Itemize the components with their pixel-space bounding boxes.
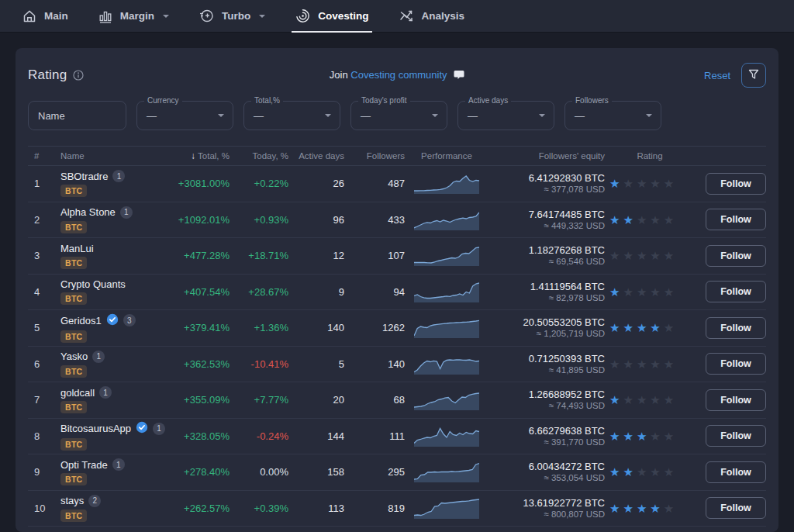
star-empty-icon: ★ xyxy=(623,393,636,406)
active-days-cell: 96 xyxy=(288,214,344,226)
follow-button[interactable]: Follow xyxy=(706,317,766,339)
currency-tag: BTC xyxy=(60,257,87,269)
chevron-down-icon xyxy=(432,114,438,117)
equity-usd-value: ≈ 1,205,719 USD xyxy=(488,328,605,339)
header-total[interactable]: ↓Total, % xyxy=(166,150,230,161)
nav-item-main[interactable]: Main xyxy=(22,0,68,33)
equity-btc-value: 13.61922772 BTC xyxy=(488,497,605,509)
active-days-cell: 5 xyxy=(288,358,344,370)
header-performance: Performance xyxy=(405,151,488,161)
follow-button[interactable]: Follow xyxy=(706,173,766,195)
trader-name[interactable]: stays xyxy=(60,495,84,506)
star-empty-icon: ★ xyxy=(637,465,650,478)
trader-name[interactable]: Alpha Stone xyxy=(60,206,116,218)
header-followers-equity[interactable]: Followers' equity xyxy=(488,151,605,161)
header-today[interactable]: Today, % xyxy=(230,151,288,161)
dropdown-label: Currency xyxy=(144,96,182,105)
star-filled-icon: ★ xyxy=(609,430,623,443)
rating-stars: ★★★★★ xyxy=(605,322,695,333)
trader-name[interactable]: goldcall xyxy=(60,387,95,399)
dropdown-value: — xyxy=(468,110,478,122)
header-rating[interactable]: Rating xyxy=(605,151,695,161)
count-badge: 1 xyxy=(99,386,112,399)
table-row[interactable]: 2 Alpha Stone 1 BTC +1092.01% +0.93% 96 … xyxy=(28,202,766,239)
verified-icon xyxy=(136,421,148,436)
follow-button[interactable]: Follow xyxy=(706,281,766,302)
active-days-filter-dropdown[interactable]: Active days — xyxy=(457,101,554,130)
nav-item-turbo[interactable]: Turbo xyxy=(198,0,265,33)
follow-button[interactable]: Follow xyxy=(706,389,766,411)
total-filter-dropdown[interactable]: Total,% — xyxy=(243,101,340,130)
followers-filter-dropdown[interactable]: Followers — xyxy=(564,101,661,130)
star-filled-icon: ★ xyxy=(650,321,663,334)
chevron-down-icon xyxy=(218,114,224,117)
performance-cell xyxy=(405,459,488,485)
todays-profit-filter-dropdown[interactable]: Today's profit — xyxy=(350,101,447,130)
trader-name[interactable]: Yasko xyxy=(60,351,88,362)
total-percent-cell: +3081.00% xyxy=(166,178,230,189)
follow-button[interactable]: Follow xyxy=(706,353,766,375)
trader-cell: Yasko 1 BTC xyxy=(50,351,166,378)
covesting-community-link[interactable]: Covesting community xyxy=(350,69,447,81)
table-row[interactable]: 8 BitcosaurusApp 1 BTC +328.05% -0.24% 1… xyxy=(28,419,766,455)
performance-sparkline xyxy=(414,315,479,338)
trader-name[interactable]: ManLui xyxy=(60,243,94,254)
star-filled-icon: ★ xyxy=(637,502,650,515)
trader-cell: Geridos1 3 BTC xyxy=(50,313,166,343)
performance-cell xyxy=(405,423,488,449)
today-percent-cell: +0.39% xyxy=(230,503,288,514)
table-row[interactable]: 6 Yasko 1 BTC +362.53% -10.41% 5 140 0.7… xyxy=(28,347,766,383)
table-row[interactable]: 7 goldcall 1 BTC +355.09% +7.77% 20 68 1… xyxy=(28,382,766,419)
table-row[interactable]: 10 stays 2 BTC +262.57% +0.39% 113 819 1… xyxy=(28,491,766,527)
follow-button[interactable]: Follow xyxy=(706,425,766,447)
chevron-down-icon xyxy=(163,15,169,18)
follow-button[interactable]: Follow xyxy=(706,497,766,519)
equity-btc-value: 1.26688952 BTC xyxy=(488,389,605,400)
header-followers[interactable]: Followers xyxy=(344,151,405,161)
equity-btc-value: 0.71250393 BTC xyxy=(488,353,605,364)
star-filled-icon: ★ xyxy=(609,285,623,299)
currency-tag: BTC xyxy=(60,330,87,343)
follow-button[interactable]: Follow xyxy=(706,245,766,267)
equity-usd-value: ≈ 449,332 USD xyxy=(488,220,605,231)
trader-cell: Opti Trade 1 BTC xyxy=(50,458,166,485)
table-row[interactable]: 3 ManLui BTC +477.28% +18.71% 12 107 1.1… xyxy=(28,238,766,275)
table-row[interactable]: 1 SBOtradre 1 BTC +3081.00% +0.22% 26 48… xyxy=(28,166,766,202)
header-name[interactable]: Name xyxy=(50,151,166,161)
table-row[interactable]: 4 Crypto Quants BTC +407.54% +28.67% 9 9… xyxy=(28,275,766,311)
follow-button[interactable]: Follow xyxy=(706,209,766,230)
header-active-days[interactable]: Active days xyxy=(288,151,344,161)
equity-btc-value: 1.41119564 BTC xyxy=(488,281,605,292)
nav-item-analysis[interactable]: Analysis xyxy=(399,0,465,33)
name-filter-input[interactable] xyxy=(28,101,126,130)
star-empty-icon: ★ xyxy=(623,249,636,262)
table-row[interactable]: 5 Geridos1 3 BTC +379.41% +1.36% 140 126… xyxy=(28,310,766,347)
top-navigation: Main Margin Turbo Covesting Analysis xyxy=(0,0,794,33)
rating-stars: ★★★★★ xyxy=(605,503,695,514)
table-row[interactable]: 9 Opti Trade 1 BTC +278.40% 0.00% 158 29… xyxy=(28,454,766,491)
nav-item-covesting[interactable]: Covesting xyxy=(295,0,368,33)
nav-item-margin[interactable]: Margin xyxy=(98,0,169,33)
analysis-icon xyxy=(399,8,415,24)
trader-name[interactable]: Crypto Quants xyxy=(60,278,126,290)
followers-cell: 68 xyxy=(344,394,405,406)
currency-filter-dropdown[interactable]: Currency — xyxy=(136,101,233,130)
star-empty-icon: ★ xyxy=(637,177,650,190)
performance-sparkline xyxy=(414,423,479,447)
follow-button[interactable]: Follow xyxy=(706,461,766,483)
rank-cell: 8 xyxy=(28,430,50,442)
nav-item-label: Covesting xyxy=(318,10,368,22)
trader-name[interactable]: Geridos1 xyxy=(60,315,102,326)
trader-name[interactable]: Opti Trade xyxy=(60,459,108,471)
dropdown-value: — xyxy=(361,110,371,122)
rank-cell: 4 xyxy=(28,286,50,298)
nav-item-label: Turbo xyxy=(222,10,250,22)
equity-usd-value: ≈ 82,978 USD xyxy=(488,292,605,303)
total-percent-cell: +278.40% xyxy=(166,466,230,478)
currency-tag: BTC xyxy=(60,401,87,413)
trader-name[interactable]: BitcosaurusApp xyxy=(60,423,131,434)
count-badge: 1 xyxy=(112,170,125,182)
rank-cell: 10 xyxy=(28,503,50,514)
followers-cell: 819 xyxy=(344,503,405,514)
trader-name[interactable]: SBOtradre xyxy=(60,171,108,182)
